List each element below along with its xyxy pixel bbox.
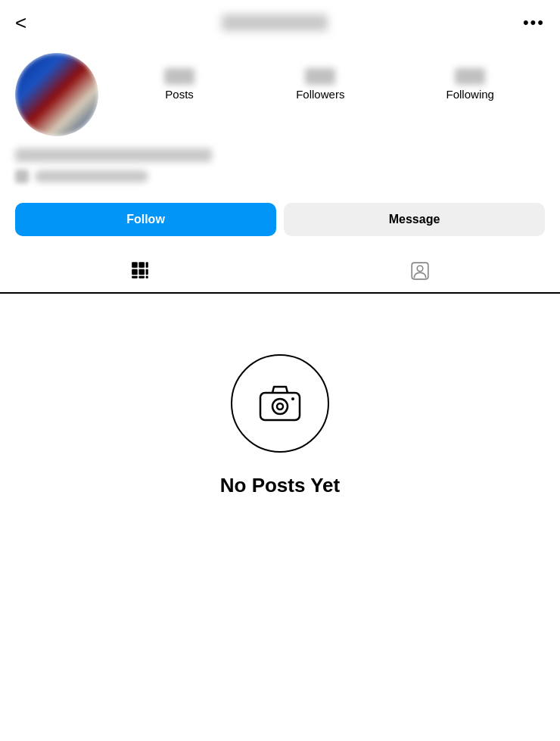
bio-icon bbox=[15, 170, 29, 183]
avatar-image bbox=[15, 53, 98, 136]
profile-info bbox=[0, 148, 560, 195]
svg-rect-2 bbox=[146, 262, 148, 268]
action-buttons: Follow Message bbox=[0, 195, 560, 251]
following-stat[interactable]: Following bbox=[446, 68, 494, 101]
avatar bbox=[15, 53, 98, 136]
message-button[interactable]: Message bbox=[284, 203, 545, 236]
header: < ••• bbox=[0, 0, 560, 45]
svg-rect-8 bbox=[146, 276, 148, 279]
no-posts-label: No Posts Yet bbox=[220, 474, 340, 497]
profile-section: Posts Followers Following bbox=[0, 45, 560, 148]
svg-point-10 bbox=[417, 266, 423, 272]
posts-stat[interactable]: Posts bbox=[164, 68, 194, 101]
posts-label: Posts bbox=[165, 88, 194, 101]
posts-count bbox=[164, 68, 194, 85]
more-options-button[interactable]: ••• bbox=[523, 13, 545, 33]
grid-icon bbox=[130, 260, 150, 283]
following-label: Following bbox=[446, 88, 494, 101]
svg-rect-4 bbox=[138, 269, 145, 275]
camera-circle bbox=[231, 354, 329, 453]
svg-rect-5 bbox=[146, 269, 148, 275]
tab-bar bbox=[0, 251, 560, 294]
svg-rect-3 bbox=[132, 269, 138, 275]
followers-label: Followers bbox=[296, 88, 344, 101]
tab-grid[interactable] bbox=[0, 251, 280, 294]
svg-rect-6 bbox=[132, 276, 138, 279]
follow-button[interactable]: Follow bbox=[15, 203, 276, 236]
followers-count bbox=[305, 68, 335, 85]
empty-state: No Posts Yet bbox=[0, 294, 560, 497]
svg-point-14 bbox=[291, 397, 294, 400]
camera-icon bbox=[257, 381, 303, 426]
tab-tagged[interactable] bbox=[280, 251, 560, 294]
svg-rect-1 bbox=[138, 262, 145, 268]
header-username bbox=[222, 14, 328, 31]
svg-point-12 bbox=[272, 399, 288, 414]
followers-stat[interactable]: Followers bbox=[296, 68, 344, 101]
profile-bio bbox=[15, 170, 545, 183]
svg-rect-0 bbox=[132, 262, 138, 268]
svg-rect-7 bbox=[138, 276, 145, 279]
svg-rect-11 bbox=[260, 393, 300, 420]
stats-section: Posts Followers Following bbox=[114, 53, 545, 101]
back-button[interactable]: < bbox=[15, 11, 26, 35]
following-count bbox=[455, 68, 485, 85]
svg-point-13 bbox=[277, 403, 283, 409]
bio-text bbox=[35, 170, 148, 182]
profile-name bbox=[15, 148, 212, 162]
person-tag-icon bbox=[410, 261, 430, 284]
